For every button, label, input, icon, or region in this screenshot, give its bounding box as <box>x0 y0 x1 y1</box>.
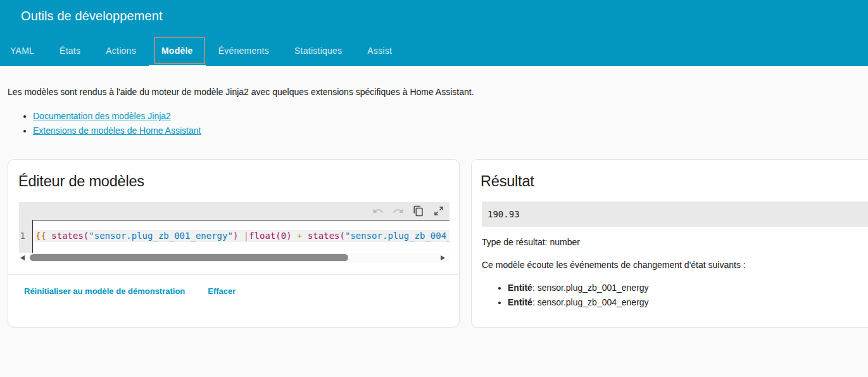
copy-icon[interactable] <box>412 205 425 217</box>
tab-statistiques[interactable]: Statistiques <box>282 35 355 66</box>
app-header: Outils de développement YAMLÉtatsActions… <box>0 0 868 66</box>
tab-modele[interactable]: Modèle <box>149 35 206 66</box>
code-line: {{ states("sensor.plug_zb_001_energy") |… <box>35 230 450 242</box>
cards-row: Éditeur de modèles 1 <box>8 159 868 328</box>
editor-hscrollbar[interactable] <box>19 253 450 263</box>
tab-assist[interactable]: Assist <box>355 35 405 66</box>
undo-icon[interactable] <box>372 205 384 217</box>
intro-text: Les modèles sont rendus à l'aide du mote… <box>8 86 860 98</box>
editor-card-actions: Réinitialiser au modèle de démonstration… <box>8 275 459 302</box>
tab-label: Assist <box>367 46 392 56</box>
tab-label: Événements <box>218 46 269 56</box>
code-token-string: "sensor.plug_zb_004_energy" <box>345 231 450 241</box>
doc-link-item: Extensions de modèles de Home Assistant <box>33 124 860 138</box>
code-token-plain <box>303 231 308 241</box>
tab-bar: YAMLÉtatsActionsModèleÉvénementsStatisti… <box>0 35 868 66</box>
listener-list: Entité: sensor.plug_zb_001_energyEntité:… <box>472 281 868 310</box>
intro-links: Documentation des modèles Jinja2Extensio… <box>8 109 860 139</box>
code-token-tag: {{ <box>35 231 51 241</box>
result-type: Type de résultat: number <box>482 236 868 248</box>
tab-evenements[interactable]: Événements <box>206 35 282 66</box>
code-editor: 1 {{ states("sensor.plug_zb_001_energy")… <box>19 202 450 263</box>
code-token-name: float( <box>249 231 281 241</box>
tab-label: Actions <box>106 46 136 56</box>
tab-actions[interactable]: Actions <box>93 35 149 66</box>
tab-label: Statistiques <box>294 46 342 56</box>
active-tab-indicator <box>149 65 206 68</box>
line-number-gutter: 1 <box>19 220 32 253</box>
listener-entity-item: Entité: sensor.plug_zb_004_energy <box>508 295 868 310</box>
scroll-left-arrow-icon[interactable] <box>20 255 25 260</box>
code-token-operator: + <box>297 231 302 241</box>
editor-toolbar <box>19 202 450 220</box>
reset-demo-template-button[interactable]: Réinitialiser au modèle de démonstration <box>19 281 190 302</box>
code-token-name: states( <box>308 231 345 241</box>
listener-entity-value: : sensor.plug_zb_001_energy <box>532 283 649 293</box>
tab-focus-ring <box>154 37 205 64</box>
tab-etats[interactable]: États <box>47 35 93 66</box>
code-token-name: ) <box>286 231 297 241</box>
tab-label: YAML <box>10 46 34 56</box>
listener-entity-value: : sensor.plug_zb_004_energy <box>532 297 649 307</box>
code-token-number: 0 <box>281 231 286 241</box>
page-title: Outils de développement <box>21 9 163 23</box>
tab-label: États <box>60 46 80 56</box>
editor-card-title: Éditeur de modèles <box>8 160 459 193</box>
listener-entity-label: Entité <box>508 283 532 293</box>
expand-icon[interactable] <box>432 205 445 217</box>
clear-button[interactable]: Effacer <box>203 281 241 302</box>
doc-link[interactable]: Extensions de modèles de Home Assistant <box>33 125 201 136</box>
scrollbar-thumb[interactable] <box>30 254 348 261</box>
result-card-title: Résultat <box>472 160 868 193</box>
code-area[interactable]: {{ states("sensor.plug_zb_001_energy") |… <box>32 220 450 253</box>
code-token-operator: | <box>244 231 249 241</box>
intro-section: Les modèles sont rendus à l'aide du mote… <box>0 86 868 139</box>
template-editor-card: Éditeur de modèles 1 <box>8 159 460 328</box>
redo-icon[interactable] <box>392 205 405 217</box>
listener-entity-item: Entité: sensor.plug_zb_001_energy <box>508 281 868 295</box>
listeners-intro: Ce modèle écoute les événements de chang… <box>482 259 868 271</box>
doc-link-item: Documentation des modèles Jinja2 <box>33 109 860 124</box>
result-card: Résultat 190.93 Type de résultat: number… <box>471 159 868 328</box>
editor-body: 1 {{ states("sensor.plug_zb_001_energy")… <box>19 220 450 253</box>
code-token-name: ) <box>233 231 244 241</box>
app-toolbar: Outils de développement <box>0 0 868 35</box>
doc-link[interactable]: Documentation des modèles Jinja2 <box>33 111 171 121</box>
code-token-string: "sensor.plug_zb_001_energy" <box>89 231 233 241</box>
result-value: 190.93 <box>482 201 868 227</box>
listener-entity-label: Entité <box>508 297 532 307</box>
tab-yaml[interactable]: YAML <box>0 35 47 66</box>
code-token-name: states( <box>51 231 89 241</box>
scroll-right-arrow-icon[interactable] <box>441 255 445 260</box>
